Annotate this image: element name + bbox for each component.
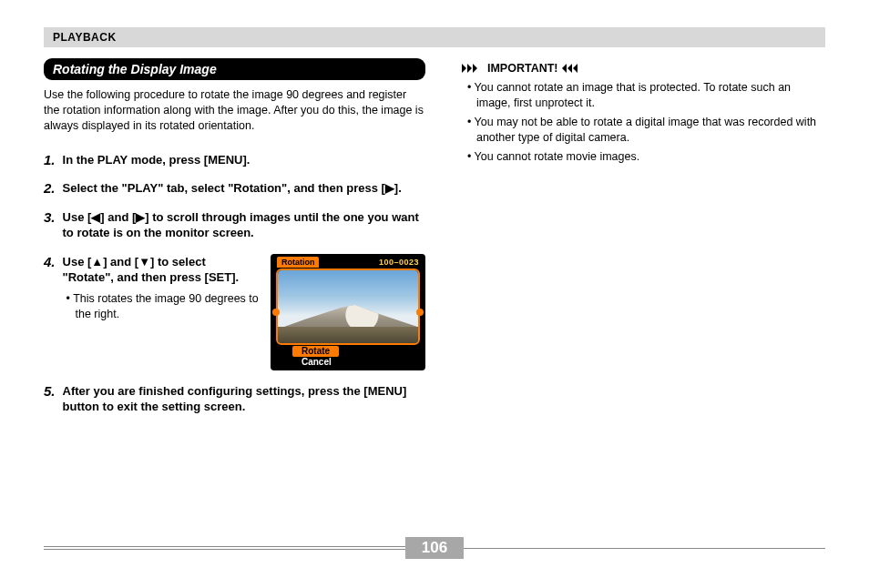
step-5: 5. After you are finished configuring se… (44, 383, 425, 415)
svg-marker-3 (562, 64, 567, 73)
left-column: Rotating the Display Image Use the follo… (44, 58, 425, 428)
svg-marker-2 (473, 64, 477, 73)
important-label: IMPORTANT! (487, 62, 558, 75)
content-columns: Rotating the Display Image Use the follo… (44, 58, 825, 428)
step-text: Use [◀] and [▶] to scroll through images… (63, 209, 425, 241)
step-text: After you are finished configuring setti… (63, 383, 425, 415)
step-number: 1. (44, 152, 56, 167)
camera-options: Rotate Cancel (292, 346, 339, 368)
camera-handle-left (272, 309, 280, 316)
step-3: 3. Use [◀] and [▶] to scroll through ima… (44, 209, 425, 241)
step-body: Use [▲] and [▼] to select "Rotate", and … (63, 254, 425, 370)
camera-ground (278, 327, 418, 343)
important-icon-right (562, 64, 584, 73)
step-4-textcol: Use [▲] and [▼] to select "Rotate", and … (63, 254, 260, 322)
camera-option-rotate: Rotate (292, 346, 339, 357)
step-text: In the PLAY mode, press [MENU]. (63, 152, 425, 168)
step-number: 2. (44, 180, 56, 196)
important-icon-left (462, 64, 484, 73)
camera-option-cancel: Cancel (292, 357, 339, 368)
footer-rule-right (464, 548, 825, 549)
page-footer: 106 (44, 537, 825, 559)
step-text: Select the "PLAY" tab, select "Rotation"… (63, 180, 425, 197)
topic-title: Rotating the Display Image (44, 58, 425, 80)
important-item: • You cannot rotate an image that is pro… (462, 80, 825, 111)
camera-screenshot: Rotation 100–0023 Rotate Cancel (271, 254, 425, 370)
camera-handle-right (416, 309, 424, 316)
steps-list: 1. In the PLAY mode, press [MENU]. 2. Se… (44, 152, 425, 415)
step-4: 4. Use [▲] and [▼] to select "Rotate", a… (44, 254, 425, 370)
important-item: • You cannot rotate movie images. (462, 149, 825, 165)
camera-tab: Rotation (277, 257, 320, 268)
step-number: 5. (44, 383, 56, 399)
camera-topbar: Rotation 100–0023 (273, 257, 423, 269)
important-item: • You may not be able to rotate a digita… (462, 115, 825, 146)
step-4-sub: • This rotates the image 90 degrees to t… (63, 291, 260, 322)
step-text: Use [▲] and [▼] to select "Rotate", and … (63, 254, 260, 286)
footer-rule-left (44, 546, 405, 550)
svg-marker-1 (467, 64, 472, 73)
step-1: 1. In the PLAY mode, press [MENU]. (44, 152, 425, 168)
section-header-text: PLAYBACK (53, 31, 117, 44)
intro-text: Use the following procedure to rotate th… (44, 87, 425, 134)
step-number: 3. (44, 209, 56, 225)
right-column: IMPORTANT! • You cannot rotate an image … (462, 58, 825, 428)
section-header: PLAYBACK (44, 27, 825, 47)
important-list: • You cannot rotate an image that is pro… (462, 80, 825, 164)
page-number: 106 (405, 537, 464, 559)
svg-marker-0 (462, 64, 466, 73)
important-heading: IMPORTANT! (462, 62, 825, 75)
camera-image-id: 100–0023 (379, 257, 419, 268)
svg-marker-4 (567, 64, 572, 73)
step-number: 4. (44, 254, 56, 269)
svg-marker-5 (573, 64, 578, 73)
step-2: 2. Select the "PLAY" tab, select "Rotati… (44, 180, 425, 197)
camera-frame (276, 269, 420, 345)
